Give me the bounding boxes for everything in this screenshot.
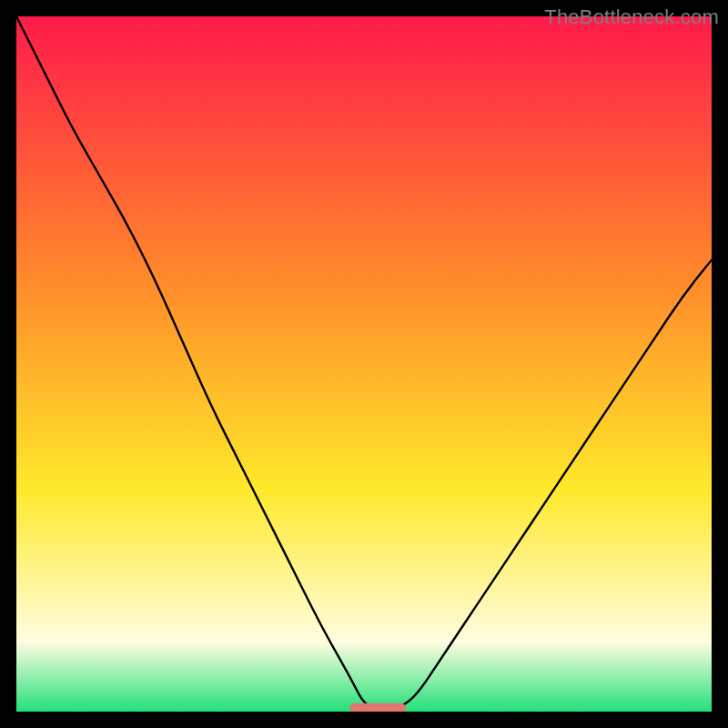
chart-svg (16, 16, 712, 712)
watermark-text: TheBottleneck.com (544, 5, 719, 29)
chart-frame: TheBottleneck.com (0, 0, 728, 728)
chart-plot-area (16, 16, 712, 712)
optimal-region-marker (350, 703, 406, 712)
gradient-background (16, 16, 712, 712)
